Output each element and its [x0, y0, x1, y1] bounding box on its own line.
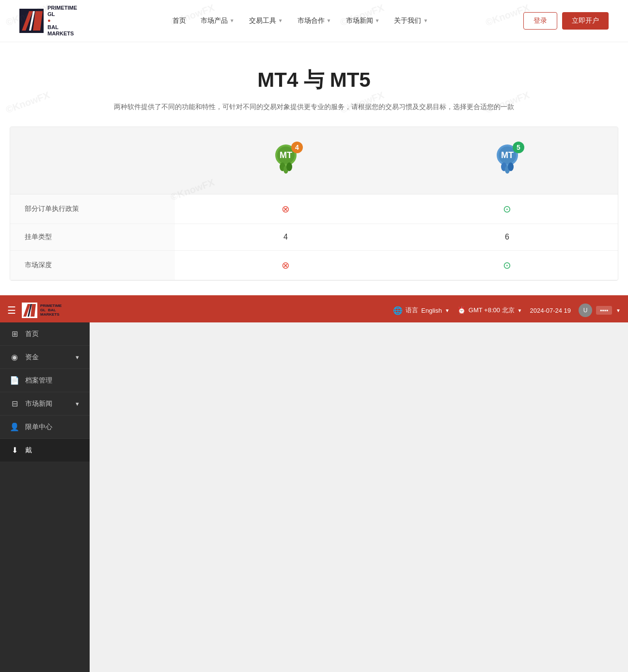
- comp-mt5-2: ⊙: [396, 251, 618, 280]
- nav-tools[interactable]: 交易工具 ▼: [249, 16, 283, 25]
- nav-cooperation[interactable]: 市场合作 ▼: [298, 16, 331, 25]
- user-text: ▪▪▪▪: [596, 306, 612, 315]
- svg-text:5: 5: [517, 144, 520, 151]
- cross-icon-0: ⊗: [282, 203, 290, 215]
- public-site: ©KnowFX ©KnowFX ©KnowFX ©KnowFX ©KnowFX …: [0, 0, 628, 295]
- page-title: MT4 与 MT5: [19, 66, 609, 94]
- sidebar-item-home[interactable]: ⊞ 首页: [0, 322, 90, 346]
- logo-area: PRIMETIME GL●BAL MARKETS: [19, 5, 77, 37]
- sidebar-item-funds[interactable]: ◉ 资金 ▼: [0, 346, 90, 369]
- funds-arrow-icon: ▼: [75, 354, 80, 360]
- sidebar-home-label: 首页: [25, 330, 39, 338]
- download-icon: ⬇: [10, 446, 19, 455]
- svg-text:4: 4: [295, 144, 299, 151]
- site-logo: [19, 9, 44, 33]
- news-arrow-icon: ▼: [75, 401, 80, 407]
- tz-arrow-icon: ▼: [518, 308, 522, 313]
- news-icon: ⊟: [10, 399, 19, 408]
- hamburger-button[interactable]: ☰: [7, 304, 16, 316]
- user-avatar: U: [579, 304, 592, 317]
- nav-markets[interactable]: 市场产品 ▼: [201, 16, 235, 25]
- portal-logo: PRIMETIME GL●BAL MARKETS: [22, 303, 62, 318]
- comp-mt5-0: ⊙: [396, 194, 618, 224]
- sidebar-item-files[interactable]: 📄 档案管理: [0, 369, 90, 392]
- nav-news[interactable]: 市场新闻 ▼: [346, 16, 380, 25]
- register-button[interactable]: 立即开户: [562, 12, 609, 30]
- comp-header-left: [10, 127, 175, 194]
- portal-topbar: ☰ PRIMETIME GL●BAL MARKETS: [0, 298, 628, 322]
- portal-logo-text: PRIMETIME GL●BAL MARKETS: [40, 304, 62, 317]
- about-arrow: ▼: [423, 18, 428, 23]
- portal-logo-icon: [22, 303, 37, 318]
- top-nav: PRIMETIME GL●BAL MARKETS 首页 市场产品 ▼ 交易工具 …: [0, 0, 628, 42]
- user-arrow-icon: ▼: [616, 308, 621, 313]
- comparison-table: MT 4 MT: [10, 127, 618, 281]
- nav-about[interactable]: 关于我们 ▼: [394, 16, 428, 25]
- sidebar-files-label: 档案管理: [25, 376, 52, 385]
- language-value: English: [421, 307, 442, 314]
- nav-home[interactable]: 首页: [173, 16, 186, 25]
- sidebar-item-limits[interactable]: 👤 限单中心: [0, 416, 90, 439]
- login-button[interactable]: 登录: [523, 12, 557, 30]
- comp-mt4-1: 4: [175, 224, 396, 251]
- sidebar-limits-label: 限单中心: [25, 423, 52, 432]
- comp-label-2: 市场深度: [10, 251, 175, 280]
- topbar-left: ☰ PRIMETIME GL●BAL MARKETS: [7, 303, 62, 318]
- comp-label-0: 部分订单执行政策: [10, 194, 175, 224]
- comp-mt5-1: 6: [396, 224, 618, 251]
- timezone-selector[interactable]: ⏰ GMT +8:00 北京 ▼: [457, 306, 522, 315]
- home-icon: ⊞: [10, 329, 19, 338]
- svg-text:MT: MT: [501, 150, 514, 160]
- svg-text:MT: MT: [280, 150, 292, 160]
- comp-label-1: 挂单类型: [10, 224, 175, 251]
- check-icon-0: ⊙: [503, 203, 511, 215]
- nav-links: 首页 市场产品 ▼ 交易工具 ▼ 市场合作 ▼ 市场新闻 ▼: [173, 16, 428, 25]
- logo-text: PRIMETIME GL●BAL MARKETS: [47, 5, 77, 37]
- limits-icon: 👤: [10, 422, 19, 432]
- sidebar-item-download[interactable]: ⬇ 戴: [0, 439, 90, 462]
- page-subtitle: 两种软件提供了不同的功能和特性，可针对不同的交易对象提供更专业的服务，请根据您的…: [19, 101, 609, 112]
- hero-section: MT4 与 MT5 两种软件提供了不同的功能和特性，可针对不同的交易对象提供更专…: [0, 42, 628, 127]
- topbar-right: 🌐 语言 English ▼ ⏰ GMT +8:00 北京 ▼ 2024-07-…: [393, 304, 621, 317]
- nav-buttons: 登录 立即开户: [523, 12, 609, 30]
- user-menu[interactable]: U ▪▪▪▪ ▼: [579, 304, 621, 317]
- comp-header-mt4: MT 4: [175, 127, 396, 194]
- language-label: 语言: [406, 306, 418, 315]
- sidebar: ⊞ 首页 ◉ 资金 ▼ 📄 档案管理 ⊟ 市场新闻 ▼ 👤 限单中心: [0, 322, 90, 672]
- check-icon-2: ⊙: [503, 259, 511, 271]
- funds-icon: ◉: [10, 352, 19, 362]
- mt4-order-types: 4: [283, 233, 288, 241]
- datetime-display: 2024-07-24 19: [530, 307, 571, 314]
- cross-icon-2: ⊗: [282, 259, 290, 271]
- svg-point-11: [286, 162, 292, 171]
- comp-mt4-2: ⊗: [175, 251, 396, 280]
- page-wrapper: ©KnowFX ©KnowFX ©KnowFX ©KnowFX ©KnowFX …: [0, 0, 628, 672]
- mt4-icon: MT 4: [269, 142, 303, 176]
- sidebar-funds-label: 资金: [25, 353, 39, 362]
- lang-arrow-icon: ▼: [445, 308, 450, 313]
- portal: ☰ PRIMETIME GL●BAL MARKETS: [0, 298, 628, 672]
- timezone-value: GMT +8:00 北京: [469, 306, 515, 315]
- language-selector[interactable]: 🌐 语言 English ▼: [393, 306, 450, 315]
- news-arrow: ▼: [375, 18, 380, 23]
- markets-arrow: ▼: [230, 18, 235, 23]
- sidebar-news-label: 市场新闻: [25, 400, 52, 408]
- sidebar-item-news[interactable]: ⊟ 市场新闻 ▼: [0, 392, 90, 416]
- globe-icon: 🌐: [393, 306, 403, 315]
- comp-mt4-0: ⊗: [175, 194, 396, 224]
- clock-icon: ⏰: [457, 306, 466, 314]
- tools-arrow: ▼: [278, 18, 283, 23]
- mt5-icon: MT 5: [490, 142, 524, 176]
- comp-header-mt5: MT 5: [396, 127, 618, 194]
- svg-point-19: [508, 162, 514, 171]
- sidebar-download-label: 戴: [25, 446, 32, 455]
- coop-arrow: ▼: [327, 18, 331, 23]
- mt5-order-types: 6: [505, 233, 509, 241]
- files-icon: 📄: [10, 376, 19, 385]
